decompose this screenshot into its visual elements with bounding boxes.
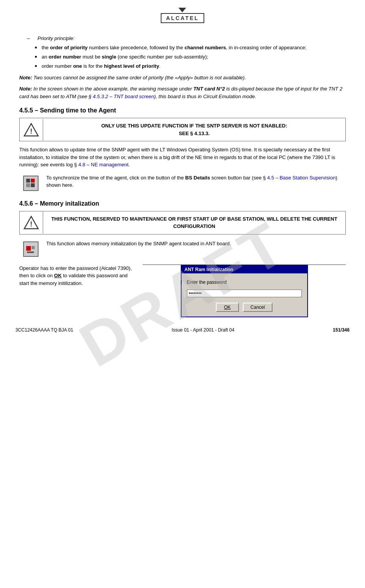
info-row-455: To synchronize the time of the agent, cl… bbox=[19, 174, 346, 191]
bs-details-icon bbox=[23, 176, 39, 191]
logo-text: ALCATEL bbox=[166, 15, 199, 21]
warning-triangle-icon-456: ! bbox=[24, 216, 39, 230]
warning-icon-cell-456: ! bbox=[20, 212, 43, 233]
note-2-text: In the screen shown in the above example… bbox=[19, 86, 342, 99]
info-icon-cell-456 bbox=[19, 240, 42, 257]
page-container: ALCATEL – Priority principle: • the orde… bbox=[0, 0, 365, 340]
base-station-supervision-link[interactable]: 4.5 – Base Station Supervision bbox=[267, 175, 336, 181]
dialog-left-text: Operator has to enter the password (Alca… bbox=[19, 265, 143, 287]
warning-icon-cell-455: ! bbox=[20, 119, 43, 141]
operator-instructions: Operator has to enter the password (Alca… bbox=[19, 265, 132, 286]
info-text-456-span: This function allows memory initializati… bbox=[46, 241, 231, 246]
warning-text-455: ONLY USE THIS UPDATE FUNCTION IF THE SNT… bbox=[101, 123, 288, 136]
page-footer: 3CC12426AAAA TQ BJA 01 Issue 01 - April … bbox=[15, 325, 350, 333]
warning-content-456: THIS FUNCTION, RESERVED TO MAINTENANCE O… bbox=[43, 211, 345, 234]
bullet-dot-2: • bbox=[35, 54, 40, 60]
section-455-heading: 4.5.5 – Sending time to the Agent bbox=[19, 107, 346, 114]
note-2: Note: In the screen shown in the above e… bbox=[19, 85, 346, 100]
info-text-455: To synchronize the time of the agent, cl… bbox=[42, 174, 346, 189]
ant-board-icon bbox=[23, 241, 39, 257]
page-header: ALCATEL bbox=[15, 8, 350, 26]
priority-principle-dash: – Priority principle: bbox=[19, 35, 346, 41]
warning-box-455: ! ONLY USE THIS UPDATE FUNCTION IF THE S… bbox=[19, 118, 346, 141]
svg-text:!: ! bbox=[30, 220, 32, 228]
page-content: – Priority principle: • the order of pri… bbox=[15, 35, 350, 317]
warning-box-456: ! THIS FUNCTION, RESERVED TO MAINTENANCE… bbox=[19, 211, 346, 235]
ant-dialog-input-row bbox=[187, 290, 302, 297]
warning-triangle-icon-455: ! bbox=[24, 123, 39, 137]
bullet-dot-1: • bbox=[35, 44, 40, 51]
svg-rect-8 bbox=[26, 246, 31, 251]
ant-dialog-title: ANT Ram Initialization bbox=[185, 267, 234, 272]
bullet-item-1: • the order of priority numbers take pre… bbox=[35, 44, 346, 51]
dialog-right: ANT Ram Initialization Enter the passwor… bbox=[143, 265, 346, 318]
info-text-456: This function allows memory initializati… bbox=[42, 240, 346, 248]
para-455-text: This function allows to update time of t… bbox=[19, 147, 335, 168]
svg-text:!: ! bbox=[30, 127, 32, 135]
bullet-item-3: • order number one is for the highest le… bbox=[35, 63, 346, 70]
svg-rect-10 bbox=[27, 251, 34, 253]
note-1: Note: Two sources cannot be assigned the… bbox=[19, 74, 346, 82]
info-icon-cell-455 bbox=[19, 174, 42, 191]
logo-arrow-icon bbox=[178, 8, 186, 12]
ant-dialog-label: Enter the password bbox=[187, 280, 302, 285]
info-row-456: This function allows memory initializati… bbox=[19, 240, 346, 257]
footer-left: 3CC12426AAAA TQ BJA 01 bbox=[15, 327, 73, 333]
note-1-label: Note: bbox=[19, 75, 32, 80]
warning-content-455: ONLY USE THIS UPDATE FUNCTION IF THE SNT… bbox=[43, 118, 345, 141]
note-2-label: Note: bbox=[19, 86, 32, 92]
ant-dialog-titlebar: ANT Ram Initialization bbox=[182, 266, 307, 273]
ant-dialog-body: Enter the password OK Cancel bbox=[182, 273, 307, 317]
svg-rect-5 bbox=[31, 183, 35, 187]
tnt-board-link[interactable]: 4.5.3.2 – TNT board screen bbox=[93, 94, 154, 99]
bullet-text-3: order number one is for the highest leve… bbox=[42, 63, 161, 70]
ant-dialog-ok-button[interactable]: OK bbox=[216, 303, 239, 312]
bullet-text-1: the order of priority numbers take prece… bbox=[42, 44, 306, 51]
alcatel-logo: ALCATEL bbox=[161, 8, 204, 23]
footer-center: Issue 01 - April 2001 - Draft 04 bbox=[172, 327, 234, 333]
logo-box: ALCATEL bbox=[161, 13, 204, 23]
priority-principle-text: Priority principle: bbox=[35, 35, 74, 41]
footer-right: 151/346 bbox=[333, 327, 350, 333]
dialog-area: Operator has to enter the password (Alca… bbox=[19, 265, 346, 318]
para-455: This function allows to update time of t… bbox=[19, 146, 346, 169]
svg-rect-4 bbox=[26, 183, 30, 187]
ant-dialog: ANT Ram Initialization Enter the passwor… bbox=[181, 265, 308, 317]
bullet-text-2: an order number must be single (one spec… bbox=[42, 54, 208, 60]
bullet-item-2: • an order number must be single (one sp… bbox=[35, 54, 346, 60]
ant-dialog-buttons: OK Cancel bbox=[187, 303, 302, 312]
memory-icon bbox=[25, 244, 36, 255]
svg-rect-9 bbox=[32, 246, 35, 249]
note-1-text: Two sources cannot be assigned the same … bbox=[32, 75, 246, 80]
ne-management-link[interactable]: 4.8 – NE management bbox=[78, 162, 128, 168]
dash-prefix: – bbox=[27, 35, 35, 41]
section-456-heading: 4.5.6 – Memory initalization bbox=[19, 200, 346, 207]
gear-icon bbox=[25, 178, 36, 189]
ant-dialog-password-input[interactable] bbox=[187, 290, 302, 297]
svg-rect-3 bbox=[31, 179, 35, 183]
warning-text-456: THIS FUNCTION, RESERVED TO MAINTENANCE O… bbox=[51, 216, 337, 230]
svg-rect-2 bbox=[26, 179, 30, 183]
bullet-list: • the order of priority numbers take pre… bbox=[35, 44, 346, 70]
ant-dialog-cancel-button[interactable]: Cancel bbox=[243, 303, 272, 312]
bullet-dot-3: • bbox=[35, 63, 40, 70]
